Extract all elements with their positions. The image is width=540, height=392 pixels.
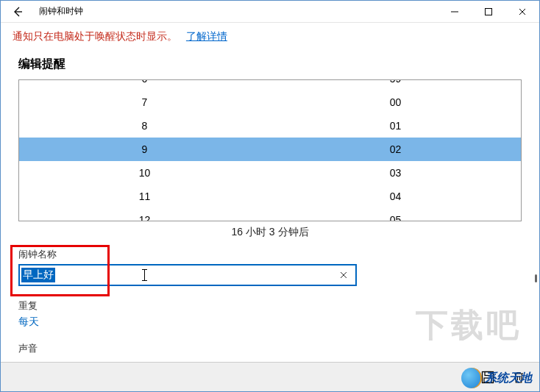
notification-link[interactable]: 了解详情 (186, 30, 227, 42)
hour-cell[interactable]: 7 (19, 90, 270, 114)
window-title: 闹钟和时钟 (39, 5, 83, 18)
close-icon (339, 271, 348, 279)
time-until-label: 16 小时 3 分钟后 (1, 221, 539, 245)
arrow-left-icon (12, 6, 24, 18)
brand-logo-icon (461, 368, 482, 388)
time-picker-row[interactable]: 801 (19, 114, 521, 138)
repeat-section: 重复 每天 (1, 296, 539, 329)
minute-cell[interactable]: 00 (270, 90, 521, 114)
scrollbar-thumb[interactable] (535, 274, 537, 282)
repeat-value[interactable]: 每天 (18, 316, 522, 329)
clear-input-button[interactable] (335, 266, 352, 284)
time-picker-row[interactable]: 700 (19, 90, 521, 114)
minute-cell[interactable]: 03 (270, 161, 521, 185)
brand-overlay: 系统天地 (461, 368, 532, 388)
minute-cell[interactable]: 05 (270, 208, 521, 221)
sound-label: 声音 (18, 342, 522, 355)
notification-bar: 通知只在电脑处于唤醒状态时显示。 了解详情 (1, 23, 539, 49)
hour-cell[interactable]: 10 (19, 161, 270, 185)
hour-cell[interactable]: 9 (19, 138, 270, 161)
time-picker-row[interactable]: 902 (19, 138, 521, 161)
svg-rect-0 (486, 8, 492, 15)
minimize-button[interactable] (438, 1, 472, 23)
page-title: 编辑提醒 (1, 49, 539, 76)
time-picker-row[interactable]: 659 (19, 79, 521, 90)
time-picker[interactable]: 659700801902100311041205 (18, 79, 522, 221)
minute-cell[interactable]: 02 (270, 138, 521, 161)
minute-cell[interactable]: 01 (270, 114, 521, 138)
maximize-button[interactable] (472, 1, 505, 23)
command-bar (1, 362, 539, 391)
sound-section: 声音 (1, 339, 539, 355)
close-button[interactable] (505, 1, 539, 23)
hour-cell[interactable]: 11 (19, 185, 270, 208)
minute-cell[interactable]: 59 (270, 79, 521, 90)
back-button[interactable] (1, 1, 35, 23)
time-picker-row[interactable]: 1205 (19, 208, 521, 221)
repeat-label: 重复 (18, 299, 522, 313)
hour-cell[interactable]: 12 (19, 208, 270, 221)
notification-text: 通知只在电脑处于唤醒状态时显示。 (13, 30, 177, 42)
time-picker-row[interactable]: 1003 (19, 161, 521, 185)
hour-cell[interactable]: 8 (19, 114, 270, 138)
title-bar: 闹钟和时钟 (1, 1, 539, 23)
brand-text: 系统天地 (485, 371, 532, 386)
alarm-name-input[interactable] (18, 264, 357, 286)
alarm-name-section: 闹钟名称 早上好 (1, 245, 539, 286)
hour-cell[interactable]: 6 (19, 79, 270, 90)
alarm-name-label: 闹钟名称 (18, 248, 522, 261)
minute-cell[interactable]: 04 (270, 185, 521, 208)
time-picker-row[interactable]: 1104 (19, 185, 521, 208)
